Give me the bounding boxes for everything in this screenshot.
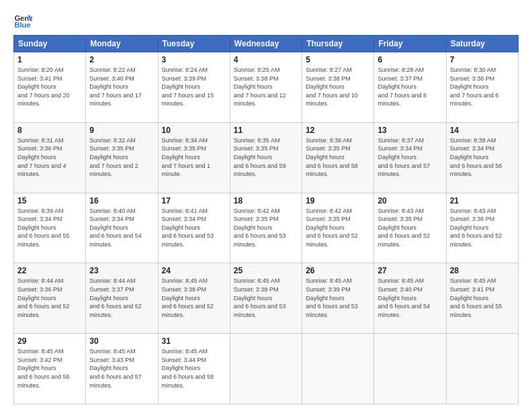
calendar-cell: 17 Sunrise: 8:41 AMSunset: 3:34 PMDaylig… (158, 193, 230, 263)
calendar-cell (374, 334, 446, 404)
calendar-cell (230, 334, 302, 404)
calendar-cell: 1 Sunrise: 8:20 AMSunset: 3:41 PMDayligh… (14, 52, 86, 123)
calendar-cell: 2 Sunrise: 8:22 AMSunset: 3:40 PMDayligh… (86, 52, 158, 123)
day-detail: Sunrise: 8:22 AMSunset: 3:40 PMDaylight … (89, 66, 142, 107)
calendar-header-thursday: Thursday (302, 36, 374, 52)
day-number: 26 (306, 266, 370, 275)
calendar-cell: 6 Sunrise: 8:28 AMSunset: 3:37 PMDayligh… (374, 52, 446, 123)
day-number: 22 (17, 266, 82, 275)
day-detail: Sunrise: 8:45 AMSunset: 3:38 PMDaylight … (162, 277, 214, 318)
calendar-cell: 14 Sunrise: 8:38 AMSunset: 3:34 PMDaylig… (446, 122, 518, 193)
day-number: 24 (162, 266, 226, 275)
calendar-cell: 4 Sunrise: 8:25 AMSunset: 3:38 PMDayligh… (230, 52, 302, 123)
day-detail: Sunrise: 8:24 AMSunset: 3:39 PMDaylight … (162, 66, 214, 107)
day-detail: Sunrise: 8:43 AMSunset: 3:36 PMDaylight … (450, 208, 502, 248)
day-number: 14 (450, 126, 515, 135)
day-number: 20 (378, 196, 442, 205)
calendar-header-saturday: Saturday (446, 36, 518, 52)
day-detail: Sunrise: 8:45 AMSunset: 3:38 PMDaylight … (234, 277, 286, 318)
day-number: 18 (234, 196, 298, 205)
day-number: 1 (17, 55, 82, 64)
day-number: 23 (89, 266, 154, 275)
calendar-cell: 9 Sunrise: 8:32 AMSunset: 3:35 PMDayligh… (86, 122, 158, 193)
calendar-week-4: 22 Sunrise: 8:44 AMSunset: 3:36 PMDaylig… (14, 263, 519, 334)
day-detail: Sunrise: 8:38 AMSunset: 3:34 PMDaylight … (450, 137, 502, 177)
logo-icon: General Blue (13, 11, 32, 30)
day-number: 12 (306, 126, 370, 135)
day-number: 19 (306, 196, 370, 205)
day-number: 15 (17, 196, 82, 205)
day-number: 6 (378, 55, 442, 64)
logo: General Blue (13, 11, 35, 30)
day-number: 9 (89, 126, 154, 135)
day-number: 25 (234, 266, 298, 275)
calendar-cell: 13 Sunrise: 8:37 AMSunset: 3:34 PMDaylig… (374, 122, 446, 193)
calendar-cell: 23 Sunrise: 8:44 AMSunset: 3:37 PMDaylig… (86, 263, 158, 334)
calendar-cell: 25 Sunrise: 8:45 AMSunset: 3:38 PMDaylig… (230, 263, 302, 334)
calendar-cell: 15 Sunrise: 8:39 AMSunset: 3:34 PMDaylig… (14, 193, 86, 263)
calendar-page: General Blue SundayMondayTuesdayWednesda… (0, 0, 532, 411)
day-detail: Sunrise: 8:45 AMSunset: 3:44 PMDaylight … (162, 348, 214, 388)
day-detail: Sunrise: 8:44 AMSunset: 3:36 PMDaylight … (17, 277, 70, 318)
day-detail: Sunrise: 8:30 AMSunset: 3:36 PMDaylight … (450, 66, 499, 107)
calendar-body: 1 Sunrise: 8:20 AMSunset: 3:41 PMDayligh… (14, 52, 519, 404)
day-number: 21 (450, 196, 515, 205)
day-number: 10 (162, 126, 226, 135)
day-detail: Sunrise: 8:37 AMSunset: 3:34 PMDaylight … (378, 137, 430, 177)
calendar-cell: 31 Sunrise: 8:45 AMSunset: 3:44 PMDaylig… (158, 334, 230, 404)
calendar-header-wednesday: Wednesday (230, 36, 302, 52)
day-number: 16 (89, 196, 154, 205)
calendar-cell: 29 Sunrise: 8:45 AMSunset: 3:42 PMDaylig… (14, 334, 86, 404)
day-detail: Sunrise: 8:45 AMSunset: 3:40 PMDaylight … (378, 277, 430, 318)
calendar-cell: 10 Sunrise: 8:34 AMSunset: 3:35 PMDaylig… (158, 122, 230, 193)
header: General Blue (13, 11, 519, 30)
calendar-cell (446, 334, 518, 404)
calendar-cell: 11 Sunrise: 8:35 AMSunset: 3:35 PMDaylig… (230, 122, 302, 193)
day-detail: Sunrise: 8:20 AMSunset: 3:41 PMDaylight … (17, 66, 70, 107)
calendar-cell: 28 Sunrise: 8:45 AMSunset: 3:41 PMDaylig… (446, 263, 518, 334)
day-detail: Sunrise: 8:45 AMSunset: 3:41 PMDaylight … (450, 277, 502, 318)
calendar-header-sunday: Sunday (14, 36, 86, 52)
day-number: 28 (450, 266, 515, 275)
calendar-cell: 16 Sunrise: 8:40 AMSunset: 3:34 PMDaylig… (86, 193, 158, 263)
day-detail: Sunrise: 8:31 AMSunset: 3:36 PMDaylight … (17, 137, 66, 177)
day-detail: Sunrise: 8:42 AMSunset: 3:35 PMDaylight … (234, 208, 286, 248)
day-number: 27 (378, 266, 442, 275)
day-number: 17 (162, 196, 226, 205)
calendar-cell (302, 334, 374, 404)
calendar-table: SundayMondayTuesdayWednesdayThursdayFrid… (13, 35, 519, 404)
calendar-header-tuesday: Tuesday (158, 36, 230, 52)
calendar-cell: 24 Sunrise: 8:45 AMSunset: 3:38 PMDaylig… (158, 263, 230, 334)
day-number: 8 (17, 126, 82, 135)
calendar-cell: 8 Sunrise: 8:31 AMSunset: 3:36 PMDayligh… (14, 122, 86, 193)
day-detail: Sunrise: 8:45 AMSunset: 3:42 PMDaylight … (17, 348, 70, 388)
day-detail: Sunrise: 8:32 AMSunset: 3:35 PMDaylight … (89, 137, 138, 177)
day-detail: Sunrise: 8:41 AMSunset: 3:34 PMDaylight … (162, 208, 214, 248)
day-number: 30 (89, 336, 154, 346)
day-detail: Sunrise: 8:27 AMSunset: 3:38 PMDaylight … (306, 66, 358, 107)
calendar-cell: 12 Sunrise: 8:36 AMSunset: 3:35 PMDaylig… (302, 122, 374, 193)
calendar-header-monday: Monday (86, 36, 158, 52)
svg-text:Blue: Blue (14, 21, 30, 29)
calendar-week-5: 29 Sunrise: 8:45 AMSunset: 3:42 PMDaylig… (14, 334, 519, 404)
day-number: 11 (234, 126, 298, 135)
day-number: 3 (162, 55, 226, 64)
day-number: 7 (450, 55, 515, 64)
calendar-cell: 7 Sunrise: 8:30 AMSunset: 3:36 PMDayligh… (446, 52, 518, 123)
day-number: 2 (89, 55, 154, 64)
day-number: 4 (234, 55, 298, 64)
calendar-cell: 3 Sunrise: 8:24 AMSunset: 3:39 PMDayligh… (158, 52, 230, 123)
day-number: 5 (306, 55, 370, 64)
calendar-header-row: SundayMondayTuesdayWednesdayThursdayFrid… (14, 36, 519, 52)
calendar-week-1: 1 Sunrise: 8:20 AMSunset: 3:41 PMDayligh… (14, 52, 519, 123)
day-number: 29 (17, 336, 82, 346)
day-number: 13 (378, 126, 442, 135)
day-detail: Sunrise: 8:25 AMSunset: 3:38 PMDaylight … (234, 66, 286, 107)
day-number: 31 (162, 336, 226, 346)
calendar-cell: 18 Sunrise: 8:42 AMSunset: 3:35 PMDaylig… (230, 193, 302, 263)
calendar-cell: 22 Sunrise: 8:44 AMSunset: 3:36 PMDaylig… (14, 263, 86, 334)
calendar-cell: 21 Sunrise: 8:43 AMSunset: 3:36 PMDaylig… (446, 193, 518, 263)
day-detail: Sunrise: 8:35 AMSunset: 3:35 PMDaylight … (234, 137, 286, 177)
day-detail: Sunrise: 8:34 AMSunset: 3:35 PMDaylight … (162, 137, 211, 177)
calendar-cell: 19 Sunrise: 8:42 AMSunset: 3:35 PMDaylig… (302, 193, 374, 263)
